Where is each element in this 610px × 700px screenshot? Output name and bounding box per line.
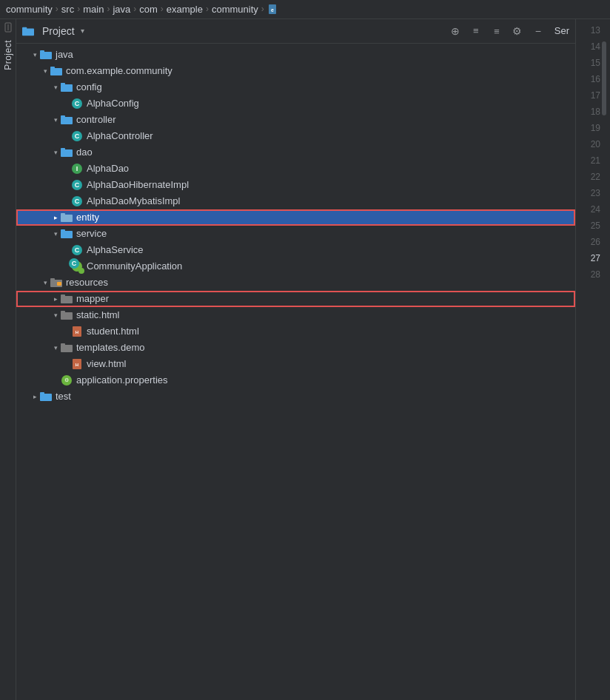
expand-templates[interactable] bbox=[50, 343, 61, 353]
expand-entity[interactable] bbox=[50, 212, 61, 223]
tree-item-alphaservice[interactable]: C AlphaService bbox=[16, 242, 575, 258]
tree-item-static-html[interactable]: static.html bbox=[16, 307, 575, 323]
tree-item-entity[interactable]: entity bbox=[16, 209, 575, 226]
folder-icon-dao bbox=[61, 147, 73, 158]
class-icon-alphadaomybatis: C bbox=[71, 195, 83, 207]
expand-alphadao bbox=[61, 164, 71, 174]
project-tab-label[interactable]: Project bbox=[0, 33, 16, 78]
tree-item-config[interactable]: config bbox=[16, 79, 575, 95]
label-service: service bbox=[76, 228, 107, 239]
expand-java[interactable] bbox=[30, 50, 40, 60]
folder-icon-resources bbox=[50, 277, 62, 289]
line-24: 24 bbox=[576, 201, 606, 218]
settings-button[interactable]: ⚙ bbox=[510, 24, 525, 38]
breadcrumb-sep-5: › bbox=[161, 4, 164, 14]
tree-item-test[interactable]: test bbox=[16, 388, 575, 405]
project-panel: Project ▾ ⊕ ≡ ≡ ⚙ − Ser java bbox=[16, 19, 575, 700]
tree-item-templates[interactable]: templates.demo bbox=[16, 340, 575, 356]
line-numbers-panel: 13 14 15 16 17 18 19 20 21 22 23 24 25 2… bbox=[575, 19, 606, 700]
tree-item-alphadaomybatis[interactable]: C AlphaDaoMybatisImpl bbox=[16, 193, 575, 209]
tree-item-controller[interactable]: controller bbox=[16, 112, 575, 128]
expand-alphadaomybatis bbox=[61, 196, 71, 206]
breadcrumb-src[interactable]: src bbox=[61, 4, 74, 15]
expand-service[interactable] bbox=[50, 229, 61, 239]
expand-mapper[interactable] bbox=[50, 294, 61, 304]
align-right-button[interactable]: ≡ bbox=[489, 24, 504, 38]
line-22: 22 bbox=[576, 169, 606, 185]
breadcrumb-sep-3: › bbox=[107, 4, 110, 14]
line-27: 27 bbox=[576, 250, 606, 266]
expand-resources[interactable] bbox=[40, 277, 50, 288]
scrollbar-thumb[interactable] bbox=[602, 41, 606, 115]
label-java: java bbox=[56, 49, 73, 60]
folder-icon-test bbox=[40, 391, 52, 403]
expand-test[interactable] bbox=[30, 391, 40, 402]
project-folder-icon bbox=[22, 25, 34, 37]
tree-item-service[interactable]: service bbox=[16, 226, 575, 242]
line-25: 25 bbox=[576, 218, 606, 234]
label-alphaservice: AlphaService bbox=[87, 244, 144, 255]
collapse-arrow[interactable] bbox=[2, 22, 14, 33]
folder-icon-service bbox=[61, 228, 73, 240]
tree-item-com-example[interactable]: com.example.community bbox=[16, 63, 575, 79]
tree-item-student-html[interactable]: H student.html bbox=[16, 323, 575, 340]
tree-item-mapper[interactable]: mapper bbox=[16, 291, 575, 307]
panel-actions: ⊕ ≡ ≡ ⚙ − Ser bbox=[448, 24, 569, 38]
tree-item-alphacontroller[interactable]: C AlphaController bbox=[16, 128, 575, 144]
expand-static[interactable] bbox=[50, 310, 61, 320]
label-alphadaomybatis: AlphaDaoMybatisImpl bbox=[87, 195, 180, 206]
tree-item-app-properties[interactable]: ⚙ application.properties bbox=[16, 372, 575, 388]
tree-item-communityapp[interactable]: C CommunityApplication bbox=[16, 258, 575, 275]
breadcrumb-main[interactable]: main bbox=[83, 4, 104, 15]
line-13: 13 bbox=[576, 22, 606, 38]
folder-icon-java bbox=[40, 49, 52, 61]
tree-item-resources[interactable]: resources bbox=[16, 275, 575, 291]
breadcrumb-community[interactable]: community bbox=[6, 4, 53, 15]
folder-icon-entity bbox=[61, 212, 73, 223]
expand-dao[interactable] bbox=[50, 147, 61, 158]
label-config: config bbox=[76, 81, 102, 92]
svg-rect-13 bbox=[61, 115, 65, 118]
align-left-button[interactable]: ≡ bbox=[469, 24, 483, 38]
expand-controller[interactable] bbox=[50, 115, 61, 125]
folder-icon-config bbox=[61, 81, 73, 93]
tree-item-dao[interactable]: dao bbox=[16, 144, 575, 161]
breadcrumb-com[interactable]: com bbox=[139, 4, 158, 15]
breadcrumb-sep-1: › bbox=[56, 4, 58, 14]
expand-alphaservice bbox=[61, 245, 71, 255]
class-icon-alphadaohibernate: C bbox=[71, 179, 83, 191]
dropdown-arrow[interactable]: ▾ bbox=[81, 27, 84, 35]
breadcrumb: community › src › main › java › com › ex… bbox=[0, 0, 610, 19]
svg-rect-16 bbox=[61, 215, 73, 222]
svg-rect-23 bbox=[61, 296, 73, 303]
class-icon-alphadao: I bbox=[71, 163, 83, 175]
svg-rect-26 bbox=[61, 311, 65, 313]
tree-item-alphadao[interactable]: I AlphaDao bbox=[16, 161, 575, 177]
svg-rect-15 bbox=[61, 148, 65, 150]
tree-item-java[interactable]: java bbox=[16, 47, 575, 63]
label-templates: templates.demo bbox=[76, 342, 145, 353]
expand-alphacontroller bbox=[61, 131, 71, 141]
line-20: 20 bbox=[576, 136, 606, 152]
svg-rect-11 bbox=[61, 83, 65, 85]
tree-item-alphadaohibernate[interactable]: C AlphaDaoHibernateImpl bbox=[16, 177, 575, 193]
svg-text:e: e bbox=[271, 7, 274, 13]
expand-view bbox=[61, 359, 71, 369]
folder-icon-mapper bbox=[61, 293, 73, 305]
label-resources: resources bbox=[66, 277, 108, 288]
add-button[interactable]: ⊕ bbox=[448, 24, 463, 38]
label-test: test bbox=[56, 391, 71, 402]
line-21: 21 bbox=[576, 152, 606, 169]
expand-config[interactable] bbox=[50, 82, 61, 92]
tree-item-alphaconfig[interactable]: C AlphaConfig bbox=[16, 95, 575, 112]
expand-com[interactable] bbox=[40, 66, 50, 76]
tree-view: java com.example.community config bbox=[16, 44, 575, 700]
svg-rect-24 bbox=[61, 295, 65, 297]
breadcrumb-community2[interactable]: community bbox=[212, 4, 258, 15]
breadcrumb-sep-2: › bbox=[77, 4, 80, 14]
panel-right-label: Ser bbox=[554, 25, 569, 36]
breadcrumb-java[interactable]: java bbox=[113, 4, 130, 15]
collapse-button[interactable]: − bbox=[531, 24, 546, 38]
breadcrumb-example[interactable]: example bbox=[167, 4, 203, 15]
tree-item-view-html[interactable]: H view.html bbox=[16, 356, 575, 372]
